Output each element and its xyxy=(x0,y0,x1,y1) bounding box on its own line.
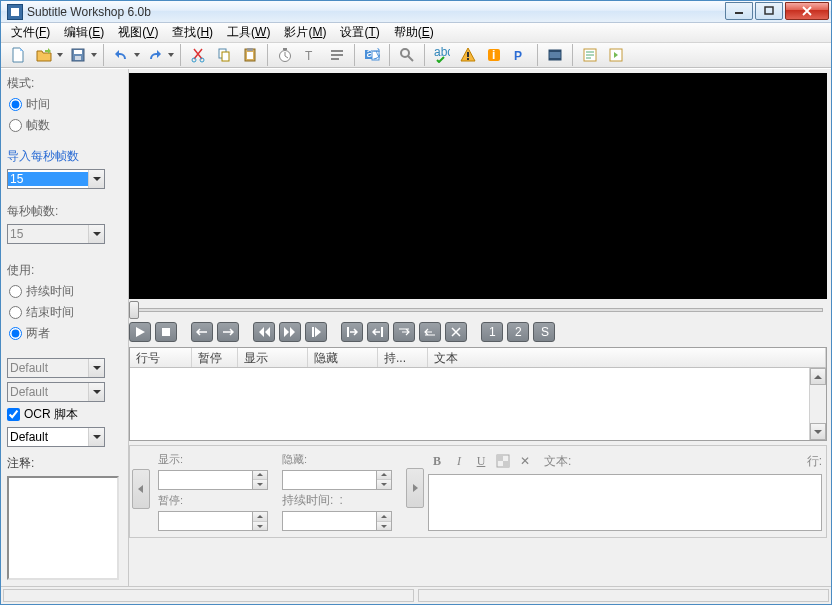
translate-icon[interactable]: a文 xyxy=(360,43,384,67)
menu-file[interactable]: 文件(F) xyxy=(7,23,54,42)
mode-label: 模式: xyxy=(7,75,122,92)
add-sync-button[interactable] xyxy=(445,322,467,342)
video-preview-icon[interactable] xyxy=(543,43,567,67)
pascal-script-icon[interactable]: P xyxy=(508,43,532,67)
menu-settings[interactable]: 设置(T) xyxy=(336,23,383,42)
close-button[interactable] xyxy=(785,2,829,20)
clear-format-button[interactable]: ✕ xyxy=(516,452,534,470)
prev-nav-button[interactable] xyxy=(132,469,150,509)
pause-time-spin[interactable] xyxy=(158,511,276,531)
error-warning-icon[interactable] xyxy=(456,43,480,67)
charset2-combo[interactable]: Default xyxy=(7,382,105,402)
main-area: 1 2 S 行号 暂停 显示 隐藏 持... 文本 xyxy=(129,69,831,586)
set-start-button[interactable] xyxy=(341,322,363,342)
use-end-radio[interactable]: 结束时间 xyxy=(9,304,122,321)
hide-label: 隐藏: xyxy=(282,452,400,467)
sync-point2-button[interactable] xyxy=(419,322,441,342)
col-lineno[interactable]: 行号 xyxy=(130,348,192,367)
svg-rect-10 xyxy=(247,52,253,59)
svg-text:abc: abc xyxy=(434,47,450,59)
undo-dropdown[interactable] xyxy=(132,43,142,67)
menu-help[interactable]: 帮助(E) xyxy=(390,23,438,42)
menu-tools[interactable]: 工具(W) xyxy=(223,23,274,42)
bold-button[interactable]: B xyxy=(428,452,446,470)
svg-rect-35 xyxy=(312,327,314,337)
spellcheck-icon[interactable]: abc xyxy=(430,43,454,67)
forward-button[interactable] xyxy=(279,322,301,342)
sync-point1-button[interactable] xyxy=(393,322,415,342)
svg-rect-34 xyxy=(162,328,170,336)
prev-subtitle-button[interactable] xyxy=(191,322,213,342)
output-settings-icon[interactable] xyxy=(604,43,628,67)
redo-dropdown[interactable] xyxy=(166,43,176,67)
rewind-button[interactable] xyxy=(253,322,275,342)
next-nav-button[interactable] xyxy=(406,468,424,508)
redo-icon[interactable] xyxy=(143,43,167,67)
open-dropdown[interactable] xyxy=(55,43,65,67)
svg-text:S: S xyxy=(541,326,549,338)
notes-label: 注释: xyxy=(7,455,122,472)
seek-slider[interactable] xyxy=(129,303,827,317)
open-file-icon[interactable] xyxy=(32,43,56,67)
color-button[interactable] xyxy=(494,452,512,470)
add-sub-button[interactable]: S xyxy=(533,322,555,342)
next-subtitle-button[interactable] xyxy=(217,322,239,342)
save-dropdown[interactable] xyxy=(89,43,99,67)
sidebar: 模式: 时间 帧数 导入每秒帧数 15 每秒帧数: 15 使用: 持续时间 结束… xyxy=(1,69,129,586)
svg-rect-36 xyxy=(347,327,349,337)
svg-rect-0 xyxy=(735,12,743,14)
mode-frames-radio[interactable]: 帧数 xyxy=(9,117,122,134)
undo-icon[interactable] xyxy=(109,43,133,67)
set-end-button[interactable] xyxy=(367,322,389,342)
mode-time-radio[interactable]: 时间 xyxy=(9,96,122,113)
subtitle-grid[interactable]: 行号 暂停 显示 隐藏 持... 文本 xyxy=(129,347,827,441)
ocr-script-check[interactable]: OCR 脚本 xyxy=(7,406,122,423)
timing-icon[interactable] xyxy=(273,43,297,67)
show-time-spin[interactable] xyxy=(158,470,276,490)
duration-time-spin[interactable] xyxy=(282,511,400,531)
notes-textarea[interactable] xyxy=(7,476,119,580)
mark-first-button[interactable]: 1 xyxy=(481,322,503,342)
video-preview[interactable] xyxy=(129,73,827,299)
ocr-script-combo[interactable]: Default xyxy=(7,427,105,447)
line-label: 行: xyxy=(807,453,822,470)
menu-search[interactable]: 查找(H) xyxy=(168,23,217,42)
play-button[interactable] xyxy=(129,322,151,342)
fps-label: 每秒帧数: xyxy=(7,203,122,220)
svg-rect-42 xyxy=(497,455,503,461)
mark-last-button[interactable]: 2 xyxy=(507,322,529,342)
paste-icon[interactable] xyxy=(238,43,262,67)
underline-button[interactable]: U xyxy=(472,452,490,470)
menu-movie[interactable]: 影片(M) xyxy=(280,23,330,42)
settings-panel-icon[interactable] xyxy=(578,43,602,67)
col-pause[interactable]: 暂停 xyxy=(192,348,238,367)
col-text[interactable]: 文本 xyxy=(428,348,826,367)
col-hide[interactable]: 隐藏 xyxy=(308,348,378,367)
vertical-bar-button[interactable] xyxy=(305,322,327,342)
hide-time-spin[interactable] xyxy=(282,470,400,490)
input-fps-combo[interactable]: 15 xyxy=(7,169,105,189)
use-duration-radio[interactable]: 持续时间 xyxy=(9,283,122,300)
copy-icon[interactable] xyxy=(212,43,236,67)
minimize-button[interactable] xyxy=(725,2,753,20)
search-icon[interactable] xyxy=(395,43,419,67)
subtitle-lines-icon[interactable] xyxy=(325,43,349,67)
maximize-button[interactable] xyxy=(755,2,783,20)
new-file-icon[interactable] xyxy=(6,43,30,67)
use-both-radio[interactable]: 两者 xyxy=(9,325,122,342)
italic-button[interactable]: I xyxy=(450,452,468,470)
cut-icon[interactable] xyxy=(186,43,210,67)
menu-edit[interactable]: 编辑(E) xyxy=(60,23,108,42)
subtitle-text-input[interactable] xyxy=(428,474,822,531)
charset1-combo[interactable]: Default xyxy=(7,358,105,378)
menu-view[interactable]: 视图(V) xyxy=(114,23,162,42)
svg-rect-16 xyxy=(331,54,343,56)
grid-vscroll[interactable] xyxy=(809,368,826,440)
fps-combo[interactable]: 15 xyxy=(7,224,105,244)
stop-button[interactable] xyxy=(155,322,177,342)
info-icon[interactable]: i xyxy=(482,43,506,67)
save-icon[interactable] xyxy=(66,43,90,67)
col-duration[interactable]: 持... xyxy=(378,348,428,367)
text-tool-icon[interactable]: T xyxy=(299,43,323,67)
col-show[interactable]: 显示 xyxy=(238,348,308,367)
